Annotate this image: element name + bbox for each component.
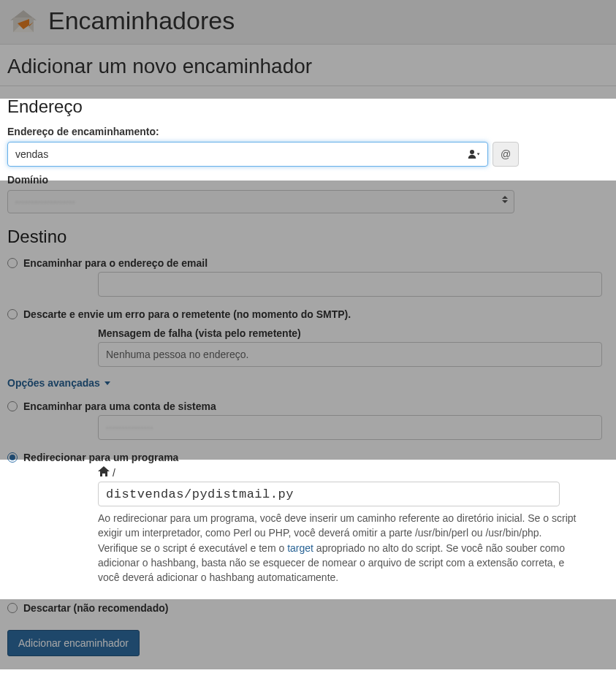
system-account-input[interactable]: ··············· [98,415,602,440]
forward-email-input[interactable] [98,272,602,297]
forward-address-input[interactable] [7,142,488,167]
radio-pipe-program-label: Redirecionar para um programa [23,452,178,463]
app-header: Encaminhadores [0,0,616,44]
radio-system-account[interactable] [7,401,18,411]
add-forwarder-button[interactable]: Adicionar encaminhador [7,630,140,656]
home-icon [98,466,110,479]
page-title: Adicionar um novo encaminhador [0,45,616,86]
app-title: Encaminhadores [48,7,235,35]
pipe-program-input[interactable] [98,482,560,506]
fail-message-input[interactable] [98,342,602,367]
advanced-options-toggle[interactable]: Opções avançadas [0,367,118,395]
chevron-down-icon [104,381,110,385]
path-prefix: / [113,467,115,479]
radio-discard[interactable] [7,603,18,613]
svg-marker-6 [98,466,110,476]
radio-forward-email[interactable] [7,258,18,268]
radio-system-account-label: Encaminhar para uma conta de sistema [23,400,216,412]
radio-forward-email-label: Encaminhar para o endereço de email [23,257,208,269]
radio-pipe-program[interactable] [7,452,18,463]
radio-discard-error-label: Descarte e envie um erro para o remetent… [23,308,351,320]
radio-discard-label: Descartar (não recomendado) [23,602,168,614]
domain-label: Domínio [0,170,616,187]
fail-message-label: Mensagem de falha (vista pelo remetente) [98,323,604,342]
radio-discard-error[interactable] [7,309,18,319]
forwarders-icon [7,4,39,37]
section-destination-title: Destino [0,216,616,251]
section-address-title: Endereço [0,86,616,121]
system-account-value: ··············· [106,422,153,433]
at-button[interactable]: @ [493,142,519,167]
domain-value: ··················· [15,197,75,207]
target-link[interactable]: target [287,542,313,554]
domain-select[interactable]: ··················· [7,190,514,213]
advanced-options-label: Opções avançadas [7,377,100,389]
pipe-help-text: Ao redirecionar para um programa, você d… [98,506,580,585]
forward-address-label: Endereço de encaminhamento: [0,121,616,139]
